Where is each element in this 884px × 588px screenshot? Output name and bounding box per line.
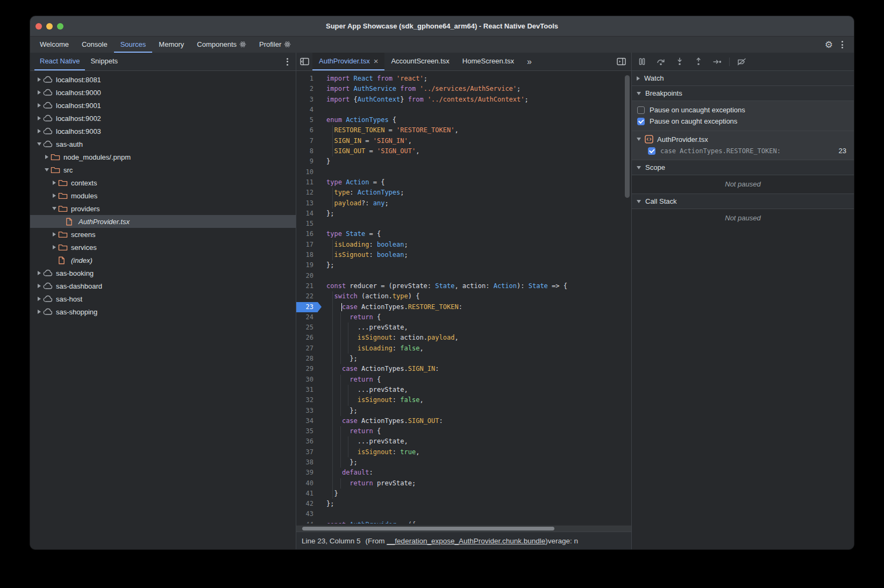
line-number[interactable]: 9	[296, 156, 318, 167]
breakpoint-entry-checkbox[interactable]	[648, 147, 655, 155]
editor-horizontal-scrollbar[interactable]	[296, 525, 631, 532]
line-number[interactable]: 29	[296, 364, 318, 374]
step-out-icon[interactable]	[694, 57, 703, 67]
step-icon[interactable]	[712, 57, 722, 67]
line-number[interactable]: 4	[296, 105, 318, 115]
line-number[interactable]: 31	[296, 385, 318, 395]
line-number[interactable]: 16	[296, 229, 318, 239]
pause-script-icon[interactable]	[637, 57, 647, 67]
pause-caught-checkbox[interactable]	[637, 118, 645, 125]
code-editor[interactable]: 1import React from 'react';2import AuthS…	[296, 71, 631, 532]
watch-section-header[interactable]: Watch	[632, 71, 854, 86]
navigator-more-options-icon[interactable]	[283, 56, 291, 68]
bundle-link[interactable]: __federation_expose_AuthProvider.chunk.b…	[387, 537, 545, 545]
line-number[interactable]: 22	[296, 291, 318, 302]
line-number[interactable]: 13	[296, 198, 318, 209]
tree-item-localhost-9003[interactable]: localhost:9003	[30, 125, 296, 138]
line-number[interactable]: 17	[296, 240, 318, 250]
tree-item-sas-booking[interactable]: sas-booking	[30, 267, 296, 279]
line-number[interactable]: 33	[296, 406, 318, 416]
line-number[interactable]: 2	[296, 84, 318, 94]
line-number[interactable]: 21	[296, 281, 318, 291]
line-number[interactable]: 18	[296, 250, 318, 260]
tree-item-providers[interactable]: providers	[30, 202, 296, 215]
main-tab-memory[interactable]: Memory	[152, 37, 190, 53]
line-number[interactable]: 32	[296, 395, 318, 405]
line-number[interactable]: 14	[296, 209, 318, 219]
tree-item-sas-auth[interactable]: sas-auth	[30, 138, 296, 150]
main-tab-components[interactable]: Components	[190, 37, 253, 53]
editor-tab-accountscreen.tsx[interactable]: AccountScreen.tsx	[384, 53, 455, 70]
toggle-navigator-icon[interactable]	[296, 53, 312, 70]
line-number[interactable]: 39	[296, 468, 318, 478]
close-tab-icon[interactable]: ×	[374, 57, 379, 65]
step-into-icon[interactable]	[675, 57, 685, 67]
line-number[interactable]: 35	[296, 426, 318, 436]
line-number[interactable]: 40	[296, 478, 318, 489]
line-number[interactable]: 43	[296, 509, 318, 519]
line-number[interactable]: 20	[296, 271, 318, 281]
line-number[interactable]: 34	[296, 416, 318, 426]
editor-tab-homescreen.tsx[interactable]: HomeScreen.tsx	[456, 53, 521, 70]
line-number[interactable]: 36	[296, 436, 318, 447]
line-number[interactable]: 12	[296, 188, 318, 198]
tree-item-node-modules-pnpm[interactable]: node_modules/.pnpm	[30, 150, 296, 163]
step-over-icon[interactable]	[656, 57, 666, 67]
pause-uncaught-row[interactable]: Pause on uncaught exceptions	[632, 104, 854, 116]
tree-item-localhost-8081[interactable]: localhost:8081	[30, 73, 296, 86]
tree-item-localhost-9000[interactable]: localhost:9000	[30, 86, 296, 99]
navigator-tab-snippets[interactable]: Snippets	[85, 53, 123, 70]
line-number[interactable]: 5	[296, 115, 318, 125]
scope-section-header[interactable]: Scope	[632, 160, 854, 175]
editor-tab-authprovider.tsx[interactable]: AuthProvider.tsx×	[312, 53, 384, 70]
settings-gear-icon[interactable]: ⚙	[825, 40, 833, 49]
line-number[interactable]: 6	[296, 125, 318, 135]
line-number[interactable]: 7	[296, 136, 318, 146]
line-number[interactable]: 24	[296, 312, 318, 322]
tree-item-services[interactable]: services	[30, 241, 296, 254]
line-number[interactable]: 8	[296, 146, 318, 156]
breakpoint-file-row[interactable]: AuthProvider.tsx	[632, 133, 854, 145]
breakpoints-section-header[interactable]: Breakpoints	[632, 86, 854, 101]
tree-item-sas-dashboard[interactable]: sas-dashboard	[30, 279, 296, 292]
main-tab-sources[interactable]: Sources	[114, 37, 153, 53]
pause-uncaught-checkbox[interactable]	[637, 106, 645, 114]
line-number[interactable]: 37	[296, 447, 318, 457]
tree-item-screens[interactable]: screens	[30, 228, 296, 241]
callstack-section-header[interactable]: Call Stack	[632, 194, 854, 209]
line-number[interactable]: 25	[296, 322, 318, 333]
tree-item-contexts[interactable]: contexts	[30, 176, 296, 189]
main-menu-kebab-icon[interactable]	[838, 39, 846, 51]
breakpoint-line-badge[interactable]: 23	[296, 302, 318, 312]
editor-vertical-scrollbar[interactable]	[625, 75, 630, 198]
line-number[interactable]: 30	[296, 375, 318, 385]
line-number[interactable]: 26	[296, 333, 318, 343]
line-number[interactable]: 19	[296, 260, 318, 270]
line-number[interactable]: 28	[296, 354, 318, 364]
tree-item-sas-host[interactable]: sas-host	[30, 292, 296, 305]
tree-item--index-[interactable]: (index)	[30, 254, 296, 267]
tree-item-src[interactable]: src	[30, 163, 296, 176]
main-tab-welcome[interactable]: Welcome	[33, 37, 75, 53]
line-number[interactable]: 44	[296, 520, 318, 524]
tree-item-modules[interactable]: modules	[30, 189, 296, 202]
main-tab-profiler[interactable]: Profiler	[253, 37, 297, 53]
more-tabs-chevron[interactable]: »	[521, 53, 538, 70]
line-number[interactable]: 3	[296, 95, 318, 105]
tree-item-sas-shopping[interactable]: sas-shopping	[30, 305, 296, 318]
line-number[interactable]: 1	[296, 74, 318, 84]
tree-item-localhost-9002[interactable]: localhost:9002	[30, 112, 296, 125]
line-number[interactable]: 41	[296, 489, 318, 499]
line-number[interactable]: 15	[296, 219, 318, 229]
line-number[interactable]: 11	[296, 177, 318, 188]
main-tab-console[interactable]: Console	[75, 37, 114, 53]
line-number[interactable]: 42	[296, 499, 318, 509]
line-number[interactable]: 27	[296, 343, 318, 354]
deactivate-breakpoints-icon[interactable]	[737, 57, 746, 67]
tree-item-localhost-9001[interactable]: localhost:9001	[30, 99, 296, 112]
line-number[interactable]: 10	[296, 167, 318, 177]
line-number[interactable]: 38	[296, 457, 318, 468]
navigator-tab-react-native[interactable]: React Native	[34, 53, 85, 70]
toggle-debugger-sidebar-icon[interactable]	[613, 53, 629, 70]
breakpoint-entry-row[interactable]: case ActionTypes.RESTORE_TOKEN: 23	[632, 145, 854, 156]
